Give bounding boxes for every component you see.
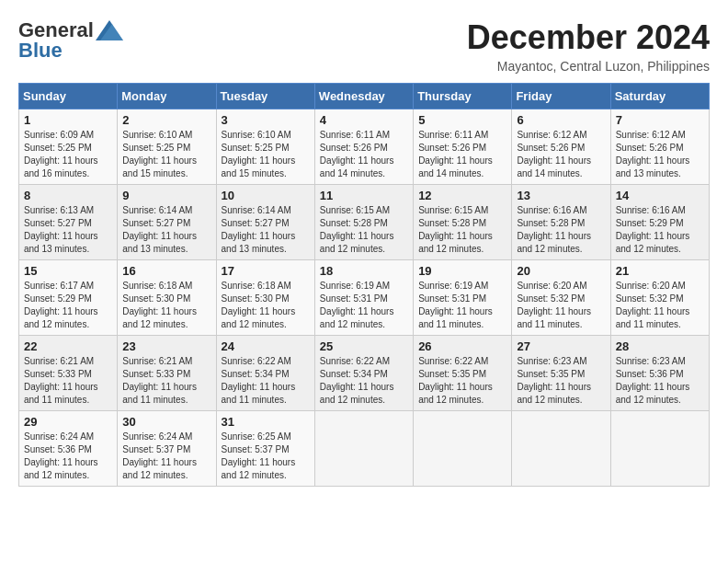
table-row	[414, 411, 512, 487]
table-row: 15Sunrise: 6:17 AM Sunset: 5:29 PM Dayli…	[19, 260, 118, 336]
day-number: 13	[517, 189, 605, 202]
table-row: 18Sunrise: 6:19 AM Sunset: 5:31 PM Dayli…	[314, 260, 413, 336]
day-info: Sunrise: 6:18 AM Sunset: 5:30 PM Dayligh…	[122, 280, 210, 331]
table-row	[314, 411, 413, 487]
calendar-week-row: 8Sunrise: 6:13 AM Sunset: 5:27 PM Daylig…	[19, 185, 710, 260]
table-row: 8Sunrise: 6:13 AM Sunset: 5:27 PM Daylig…	[19, 185, 118, 260]
table-row: 10Sunrise: 6:14 AM Sunset: 5:27 PM Dayli…	[216, 185, 314, 260]
day-info: Sunrise: 6:12 AM Sunset: 5:26 PM Dayligh…	[517, 129, 605, 180]
day-info: Sunrise: 6:10 AM Sunset: 5:25 PM Dayligh…	[122, 129, 210, 180]
day-info: Sunrise: 6:22 AM Sunset: 5:34 PM Dayligh…	[222, 355, 310, 407]
day-number: 19	[418, 264, 506, 278]
day-info: Sunrise: 6:24 AM Sunset: 5:37 PM Dayligh…	[122, 431, 210, 482]
table-row: 27Sunrise: 6:23 AM Sunset: 5:35 PM Dayli…	[512, 336, 610, 411]
day-info: Sunrise: 6:16 AM Sunset: 5:28 PM Dayligh…	[517, 204, 605, 256]
col-thursday: Thursday	[414, 84, 512, 109]
day-number: 15	[24, 264, 112, 278]
day-info: Sunrise: 6:22 AM Sunset: 5:34 PM Dayligh…	[320, 355, 408, 407]
day-number: 4	[320, 113, 408, 127]
day-number: 21	[616, 264, 704, 278]
day-info: Sunrise: 6:20 AM Sunset: 5:32 PM Dayligh…	[517, 280, 605, 331]
calendar-week-row: 29Sunrise: 6:24 AM Sunset: 5:36 PM Dayli…	[19, 411, 710, 487]
day-number: 9	[122, 189, 210, 202]
location-title: Mayantoc, Central Luzon, Philippines	[467, 59, 710, 74]
day-info: Sunrise: 6:21 AM Sunset: 5:33 PM Dayligh…	[122, 355, 210, 407]
day-number: 5	[418, 113, 506, 127]
day-info: Sunrise: 6:20 AM Sunset: 5:32 PM Dayligh…	[616, 280, 704, 331]
col-monday: Monday	[118, 84, 216, 109]
logo-icon	[96, 20, 123, 40]
table-row: 19Sunrise: 6:19 AM Sunset: 5:31 PM Dayli…	[414, 260, 512, 336]
day-number: 16	[122, 264, 210, 278]
calendar-week-row: 22Sunrise: 6:21 AM Sunset: 5:33 PM Dayli…	[19, 336, 710, 411]
day-info: Sunrise: 6:22 AM Sunset: 5:35 PM Dayligh…	[418, 355, 506, 407]
table-row: 11Sunrise: 6:15 AM Sunset: 5:28 PM Dayli…	[314, 185, 413, 260]
day-number: 24	[222, 339, 310, 353]
table-row: 22Sunrise: 6:21 AM Sunset: 5:33 PM Dayli…	[19, 336, 118, 411]
col-wednesday: Wednesday	[314, 84, 413, 109]
day-info: Sunrise: 6:14 AM Sunset: 5:27 PM Dayligh…	[122, 204, 210, 256]
calendar-week-row: 1Sunrise: 6:09 AM Sunset: 5:25 PM Daylig…	[19, 109, 710, 185]
day-info: Sunrise: 6:14 AM Sunset: 5:27 PM Dayligh…	[222, 204, 310, 256]
day-info: Sunrise: 6:23 AM Sunset: 5:35 PM Dayligh…	[517, 355, 605, 407]
table-row: 14Sunrise: 6:16 AM Sunset: 5:29 PM Dayli…	[610, 185, 709, 260]
day-info: Sunrise: 6:11 AM Sunset: 5:26 PM Dayligh…	[320, 129, 408, 180]
day-number: 10	[222, 189, 310, 202]
day-info: Sunrise: 6:12 AM Sunset: 5:26 PM Dayligh…	[616, 129, 704, 180]
page-header: General Blue December 2024 Mayantoc, Cen…	[18, 18, 710, 74]
table-row: 30Sunrise: 6:24 AM Sunset: 5:37 PM Dayli…	[118, 411, 216, 487]
col-sunday: Sunday	[19, 84, 118, 109]
day-info: Sunrise: 6:16 AM Sunset: 5:29 PM Dayligh…	[616, 204, 704, 256]
day-info: Sunrise: 6:13 AM Sunset: 5:27 PM Dayligh…	[24, 204, 112, 256]
day-number: 28	[616, 339, 704, 353]
day-number: 23	[122, 339, 210, 353]
day-number: 12	[418, 189, 506, 202]
day-info: Sunrise: 6:19 AM Sunset: 5:31 PM Dayligh…	[320, 280, 408, 331]
table-row: 16Sunrise: 6:18 AM Sunset: 5:30 PM Dayli…	[118, 260, 216, 336]
day-info: Sunrise: 6:10 AM Sunset: 5:25 PM Dayligh…	[222, 129, 310, 180]
day-info: Sunrise: 6:24 AM Sunset: 5:36 PM Dayligh…	[24, 431, 112, 482]
day-info: Sunrise: 6:11 AM Sunset: 5:26 PM Dayligh…	[418, 129, 506, 180]
day-info: Sunrise: 6:19 AM Sunset: 5:31 PM Dayligh…	[418, 280, 506, 331]
title-area: December 2024 Mayantoc, Central Luzon, P…	[467, 18, 710, 74]
table-row	[610, 411, 709, 487]
col-friday: Friday	[512, 84, 610, 109]
table-row: 3Sunrise: 6:10 AM Sunset: 5:25 PM Daylig…	[216, 109, 314, 185]
day-number: 20	[517, 264, 605, 278]
col-tuesday: Tuesday	[216, 84, 314, 109]
table-row: 31Sunrise: 6:25 AM Sunset: 5:37 PM Dayli…	[216, 411, 314, 487]
day-number: 6	[517, 113, 605, 127]
calendar-week-row: 15Sunrise: 6:17 AM Sunset: 5:29 PM Dayli…	[19, 260, 710, 336]
day-number: 17	[222, 264, 310, 278]
day-number: 2	[122, 113, 210, 127]
table-row: 12Sunrise: 6:15 AM Sunset: 5:28 PM Dayli…	[414, 185, 512, 260]
day-number: 26	[418, 339, 506, 353]
day-number: 3	[222, 113, 310, 127]
table-row: 26Sunrise: 6:22 AM Sunset: 5:35 PM Dayli…	[414, 336, 512, 411]
day-number: 14	[616, 189, 704, 202]
table-row: 28Sunrise: 6:23 AM Sunset: 5:36 PM Dayli…	[610, 336, 709, 411]
table-row: 21Sunrise: 6:20 AM Sunset: 5:32 PM Dayli…	[610, 260, 709, 336]
table-row: 4Sunrise: 6:11 AM Sunset: 5:26 PM Daylig…	[314, 109, 413, 185]
table-row: 13Sunrise: 6:16 AM Sunset: 5:28 PM Dayli…	[512, 185, 610, 260]
day-number: 8	[24, 189, 112, 202]
table-row: 25Sunrise: 6:22 AM Sunset: 5:34 PM Dayli…	[314, 336, 413, 411]
table-row: 9Sunrise: 6:14 AM Sunset: 5:27 PM Daylig…	[118, 185, 216, 260]
day-info: Sunrise: 6:15 AM Sunset: 5:28 PM Dayligh…	[418, 204, 506, 256]
day-number: 29	[24, 415, 112, 429]
day-info: Sunrise: 6:15 AM Sunset: 5:28 PM Dayligh…	[320, 204, 408, 256]
day-info: Sunrise: 6:18 AM Sunset: 5:30 PM Dayligh…	[222, 280, 310, 331]
day-number: 22	[24, 339, 112, 353]
calendar-header-row: Sunday Monday Tuesday Wednesday Thursday…	[19, 84, 710, 109]
month-title: December 2024	[467, 18, 710, 57]
calendar-table: Sunday Monday Tuesday Wednesday Thursday…	[18, 83, 710, 487]
day-number: 25	[320, 339, 408, 353]
day-number: 30	[122, 415, 210, 429]
day-info: Sunrise: 6:17 AM Sunset: 5:29 PM Dayligh…	[24, 280, 112, 331]
table-row: 29Sunrise: 6:24 AM Sunset: 5:36 PM Dayli…	[19, 411, 118, 487]
day-number: 31	[222, 415, 310, 429]
day-number: 27	[517, 339, 605, 353]
day-number: 18	[320, 264, 408, 278]
day-number: 7	[616, 113, 704, 127]
table-row: 17Sunrise: 6:18 AM Sunset: 5:30 PM Dayli…	[216, 260, 314, 336]
